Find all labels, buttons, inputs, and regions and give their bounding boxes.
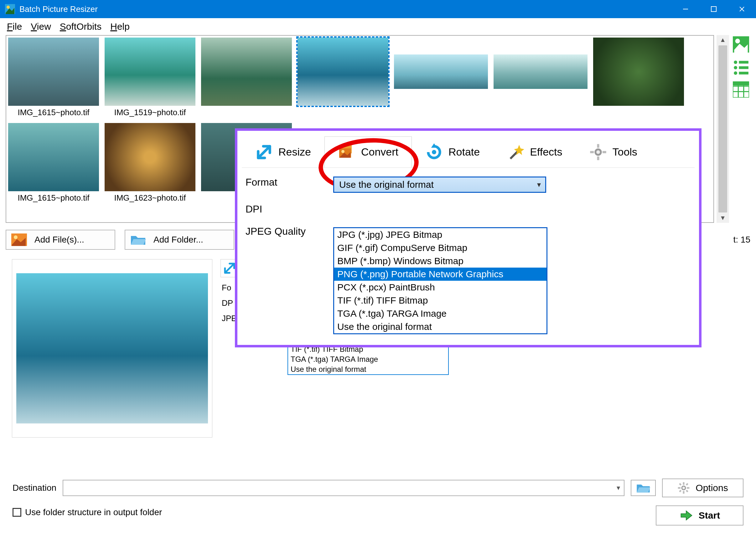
- thumbnail-item[interactable]: [593, 37, 684, 117]
- svg-rect-11: [739, 66, 748, 69]
- svg-rect-25: [687, 487, 689, 489]
- svg-rect-13: [739, 72, 748, 75]
- svg-rect-27: [686, 490, 688, 492]
- svg-rect-37: [597, 156, 599, 160]
- add-files-button[interactable]: Add File(s)...: [6, 230, 115, 250]
- tab-convert-label: Convert: [361, 146, 398, 158]
- scroll-up-icon[interactable]: ▲: [720, 36, 726, 43]
- tab-rotate-label: Rotate: [448, 146, 480, 158]
- dpi-label: DPI: [246, 203, 333, 215]
- svg-point-40: [596, 150, 600, 154]
- rotate-icon: [425, 143, 443, 161]
- format-combobox[interactable]: Use the original format ▾: [333, 177, 546, 193]
- thumbnail-item[interactable]: [201, 37, 292, 117]
- format-dropdown-list[interactable]: JPG (*.jpg) JPEG BitmapGIF (*.gif) Compu…: [333, 227, 548, 334]
- resize-icon: [255, 143, 273, 161]
- preview-panel: [12, 259, 212, 438]
- folder-icon: [130, 234, 146, 246]
- browse-destination-button[interactable]: [631, 480, 656, 496]
- svg-point-34: [432, 150, 436, 154]
- maximize-button[interactable]: [700, 0, 728, 18]
- menu-view[interactable]: View: [31, 21, 51, 32]
- file-count-label: t: 15: [733, 235, 750, 245]
- options-button[interactable]: Options: [662, 479, 743, 497]
- format-option[interactable]: GIF (*.gif) CompuServe Bitmap: [334, 241, 547, 254]
- add-folder-label: Add Folder...: [153, 235, 203, 245]
- view-list-icon[interactable]: [733, 59, 749, 75]
- svg-point-20: [14, 235, 18, 239]
- chevron-down-icon: ▾: [537, 180, 541, 189]
- jpeg-quality-label-callout: JPEG Quality: [246, 226, 333, 237]
- format-option[interactable]: BMP (*.bmp) Windows Bitmap: [334, 254, 547, 268]
- format-option[interactable]: Use the original format: [334, 320, 547, 333]
- tab-tools[interactable]: Tools: [576, 136, 651, 167]
- svg-point-7: [735, 39, 740, 43]
- chevron-down-icon: ▾: [617, 484, 620, 492]
- tab-tools-label: Tools: [612, 146, 637, 158]
- menu-file[interactable]: File: [7, 21, 22, 32]
- svg-rect-36: [597, 144, 599, 148]
- format-option[interactable]: PCX (*.pcx) PaintBrush: [334, 281, 547, 294]
- tab-effects-label: Effects: [530, 146, 562, 158]
- start-button[interactable]: Start: [656, 506, 743, 525]
- app-icon: [5, 4, 15, 14]
- add-folder-button[interactable]: Add Folder...: [125, 230, 234, 250]
- tab-rotate[interactable]: Rotate: [412, 136, 493, 167]
- view-details-icon[interactable]: [733, 81, 749, 98]
- app-title: Batch Picture Resizer: [20, 4, 671, 14]
- thumbnail-item[interactable]: [494, 37, 588, 117]
- svg-rect-23: [683, 491, 685, 494]
- view-thumbnails-icon[interactable]: [733, 36, 749, 53]
- minimize-button[interactable]: [671, 0, 700, 18]
- svg-point-33: [341, 150, 344, 153]
- format-option-bg[interactable]: Use the original format: [288, 364, 448, 374]
- destination-input[interactable]: ▾: [63, 480, 624, 496]
- image-file-icon: [11, 234, 27, 246]
- svg-rect-24: [678, 487, 680, 489]
- svg-rect-22: [683, 482, 685, 485]
- scroll-down-icon[interactable]: ▼: [720, 214, 726, 222]
- format-option[interactable]: JPG (*.jpg) JPEG Bitmap: [334, 228, 547, 241]
- menu-help[interactable]: Help: [110, 21, 130, 32]
- svg-point-1: [7, 6, 10, 9]
- menu-bar: File View SoftOrbits Help: [0, 18, 756, 35]
- close-button[interactable]: [728, 0, 756, 18]
- folder-structure-label: Use folder structure in output folder: [25, 507, 162, 517]
- format-option[interactable]: TIF (*.tif) TIFF Bitmap: [334, 294, 547, 307]
- thumbnail-item[interactable]: [394, 37, 488, 117]
- checkbox-icon[interactable]: [13, 508, 21, 517]
- tab-convert[interactable]: Convert: [324, 136, 412, 167]
- tab-resize[interactable]: Resize: [242, 136, 324, 167]
- scrollbar-thumb[interactable]: [719, 45, 727, 212]
- destination-label: Destination: [13, 483, 56, 493]
- view-mode-switcher: [731, 35, 750, 223]
- title-bar: Batch Picture Resizer: [0, 0, 756, 18]
- play-icon: [679, 509, 693, 522]
- format-option-bg[interactable]: TGA (*.tga) TARGA Image: [288, 354, 448, 364]
- thumbnail-item[interactable]: IMG_1615~photo.tif: [8, 123, 99, 203]
- svg-point-12: [734, 71, 737, 75]
- thumbnail-item[interactable]: IMG_1519~photo.tif: [105, 37, 196, 117]
- svg-point-30: [682, 487, 685, 489]
- thumbnail-item[interactable]: IMG_1623~photo.tif: [105, 123, 196, 203]
- format-option[interactable]: PNG (*.png) Portable Network Graphics: [334, 268, 547, 281]
- format-option[interactable]: TGA (*.tga) TARGA Image: [334, 307, 547, 320]
- start-label: Start: [699, 510, 720, 521]
- svg-point-8: [734, 60, 737, 64]
- thumbnail-item-selected[interactable]: [298, 37, 388, 117]
- tools-icon: [589, 143, 607, 161]
- folder-structure-checkbox-row[interactable]: Use folder structure in output folder: [13, 507, 162, 517]
- thumbnail-scrollbar[interactable]: ▲ ▼: [717, 35, 729, 223]
- effects-icon: [507, 143, 524, 161]
- svg-rect-3: [711, 7, 716, 12]
- format-combobox-value: Use the original format: [339, 179, 434, 190]
- tab-effects[interactable]: Effects: [493, 136, 576, 167]
- thumbnail-item[interactable]: IMG_1615~photo.tif: [8, 37, 99, 117]
- svg-rect-29: [679, 490, 681, 492]
- svg-point-10: [734, 66, 737, 70]
- convert-icon: [338, 143, 355, 161]
- options-label: Options: [696, 483, 728, 493]
- gear-icon: [677, 482, 690, 494]
- tab-resize-label: Resize: [278, 146, 311, 158]
- menu-softorbits[interactable]: SoftOrbits: [60, 21, 101, 32]
